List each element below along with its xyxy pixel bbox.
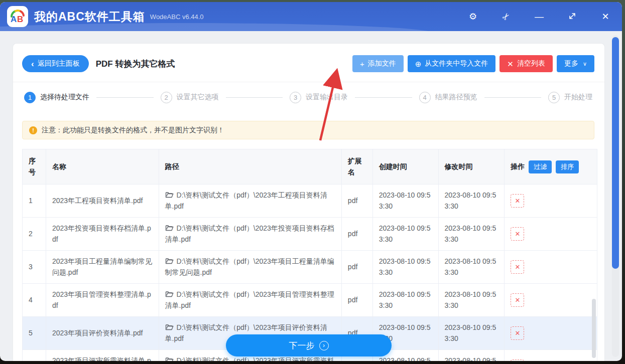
path-text: D:\资料\测试文件（pdf）\2023年投资项目资料存档清单.pdf — [165, 224, 334, 243]
plus-icon: + — [360, 60, 364, 68]
cell-index: 1 — [23, 185, 46, 217]
settings-gear-icon[interactable]: ⚙ — [467, 12, 478, 21]
cell-created: 2023-08-10 09:53:30 — [373, 284, 439, 316]
cell-path: D:\资料\测试文件（pdf）\2023年投资项目资料存档清单.pdf — [159, 218, 342, 250]
delete-row-button[interactable]: ✕ — [511, 326, 524, 340]
cell-name: 2023年项目评审所需资料清单.pdf — [46, 350, 159, 361]
warning-text: 注意：此功能只是转换文件的格式，并不是图片文字识别！ — [42, 126, 224, 135]
folder-icon — [165, 191, 174, 199]
sort-button[interactable]: 排序 — [556, 160, 579, 173]
back-to-main-button[interactable]: ‹ 返回到主面板 — [22, 55, 89, 72]
cell-modified: 2023-08-10 09:53:30 — [439, 251, 505, 283]
back-button-label: 返回到主面板 — [38, 59, 80, 68]
cell-index: 6 — [23, 350, 46, 361]
table-scrollbar-thumb[interactable] — [592, 299, 596, 358]
cell-name: 2023年投资项目资料存档清单.pdf — [46, 218, 159, 250]
step-label: 选择待处理文件 — [40, 93, 89, 102]
cell-created: 2023-08-10 09:53:30 — [373, 185, 439, 217]
delete-row-button[interactable]: ✕ — [511, 359, 524, 361]
add-file-label: 添加文件 — [368, 59, 396, 68]
cell-created: 2023-08-10 09:53:30 — [373, 218, 439, 250]
clear-list-label: 清空列表 — [517, 59, 545, 68]
cell-ext: pdf — [342, 185, 373, 217]
svg-text:B: B — [17, 15, 23, 24]
delete-row-button[interactable]: ✕ — [511, 194, 524, 208]
scissors-icon[interactable]: ✂ — [499, 10, 513, 24]
cell-ext: pdf — [342, 251, 373, 283]
step-item: 4 结果路径预览 — [419, 92, 477, 103]
app-title: 我的ABC软件工具箱 — [34, 9, 145, 25]
window-scrollbar-track[interactable] — [612, 35, 619, 357]
toolbar: ‹ 返回到主面板 PDF 转换为其它格式 + 添加文件 ⊕ 从文件夹中导入文件 … — [22, 55, 594, 73]
cell-path: D:\资料\测试文件（pdf）\2023年项目管理资料整理清单.pdf — [159, 284, 342, 316]
more-label: 更多 — [564, 59, 578, 68]
table-row[interactable]: 4 2023年项目管理资料整理清单.pdf D:\资料\测试文件（pdf）\20… — [23, 284, 597, 317]
titlebar-controls: ⚙ ✂ — ✕ — [467, 12, 615, 22]
step-number: 2 — [161, 92, 172, 103]
cell-name: 2023年工程项目资料清单.pdf — [46, 185, 159, 217]
step-connector — [355, 97, 412, 98]
chevron-down-icon: ∨ — [583, 61, 587, 67]
app-logo: A B — [7, 6, 28, 27]
warning-notice: ! 注意：此功能只是转换文件的格式，并不是图片文字识别！ — [22, 121, 594, 139]
cell-action: ✕ — [505, 317, 597, 349]
table-row[interactable]: 3 2023年项目工程量清单编制常见问题.pdf D:\资料\测试文件（pdf）… — [23, 251, 597, 284]
clear-list-button[interactable]: ✕ 清空列表 — [499, 55, 553, 72]
path-text: D:\资料\测试文件（pdf）\2023年工程项目资料清单.pdf — [165, 191, 327, 210]
next-step-label: 下一步 — [289, 340, 315, 351]
table-row[interactable]: 1 2023年工程项目资料清单.pdf D:\资料\测试文件（pdf）\2023… — [23, 185, 597, 218]
table-row[interactable]: 2 2023年投资项目资料存档清单.pdf D:\资料\测试文件（pdf）\20… — [23, 218, 597, 251]
next-step-button[interactable]: 下一步 › — [226, 334, 392, 356]
step-label: 开始处理 — [564, 93, 592, 102]
titlebar: A B 我的ABC软件工具箱 WodeABC v6.44.0 ⚙ ✂ — ✕ — [0, 2, 622, 31]
cell-modified: 2023-08-10 09:53:30 — [439, 350, 505, 361]
cell-created: 2023-08-10 09:53:30 — [373, 251, 439, 283]
step-number: 3 — [290, 92, 301, 103]
header-name: 名称 — [46, 149, 159, 184]
more-button[interactable]: 更多 ∨ — [557, 55, 594, 72]
import-label: 从文件夹中导入文件 — [425, 59, 488, 68]
page-title: PDF 转换为其它格式 — [96, 58, 175, 70]
file-table: 序号 名称 路径 扩展名 创建时间 修改时间 操作 过滤 排序 1 2023年工… — [22, 149, 597, 361]
cell-name: 2023年项目管理资料整理清单.pdf — [46, 284, 159, 316]
main-panel: ‹ 返回到主面板 PDF 转换为其它格式 + 添加文件 ⊕ 从文件夹中导入文件 … — [13, 43, 605, 361]
cell-action: ✕ — [505, 350, 597, 361]
arrow-right-circle-icon: › — [319, 341, 329, 350]
cell-index: 3 — [23, 251, 46, 283]
header-path: 路径 — [159, 149, 342, 184]
toolbar-divider — [13, 82, 604, 82]
step-connector — [96, 97, 154, 98]
step-label: 设置其它选项 — [177, 93, 219, 102]
step-connector — [226, 97, 283, 98]
cell-path: D:\资料\测试文件（pdf）\2023年项目工程量清单编制常见问题.pdf — [159, 251, 342, 283]
add-file-button[interactable]: + 添加文件 — [352, 55, 404, 72]
toolbar-actions: + 添加文件 ⊕ 从文件夹中导入文件 ✕ 清空列表 更多 ∨ — [352, 55, 594, 72]
window-scrollbar-thumb[interactable] — [612, 37, 619, 269]
resize-icon[interactable] — [567, 12, 578, 22]
table-header-row: 序号 名称 路径 扩展名 创建时间 修改时间 操作 过滤 排序 — [23, 149, 597, 185]
delete-row-button[interactable]: ✕ — [511, 260, 524, 274]
cell-name: 2023年项目工程量清单编制常见问题.pdf — [46, 251, 159, 283]
cell-index: 5 — [23, 317, 46, 349]
cell-modified: 2023-08-10 09:53:30 — [439, 284, 505, 316]
cell-action: ✕ — [505, 251, 597, 283]
delete-row-button[interactable]: ✕ — [511, 293, 524, 307]
step-item: 3 设置输出目录 — [290, 92, 348, 103]
step-number: 4 — [419, 92, 431, 103]
minimize-icon[interactable]: — — [534, 12, 545, 21]
cell-ext: pdf — [342, 284, 373, 316]
cell-modified: 2023-08-10 09:53:30 — [439, 317, 505, 349]
header-index: 序号 — [23, 149, 46, 184]
filter-button[interactable]: 过滤 — [529, 160, 552, 173]
app-version: WodeABC v6.44.0 — [150, 13, 204, 21]
folder-icon — [165, 356, 174, 361]
folder-icon — [165, 290, 174, 298]
delete-row-button[interactable]: ✕ — [511, 227, 524, 241]
close-icon[interactable]: ✕ — [600, 12, 611, 21]
cell-action: ✕ — [505, 185, 597, 217]
chevron-left-icon: ‹ — [31, 60, 34, 68]
folder-icon — [165, 224, 174, 232]
abc-logo-icon: A B — [9, 8, 26, 25]
import-from-folder-button[interactable]: ⊕ 从文件夹中导入文件 — [408, 55, 496, 72]
header-modified: 修改时间 — [439, 149, 505, 184]
